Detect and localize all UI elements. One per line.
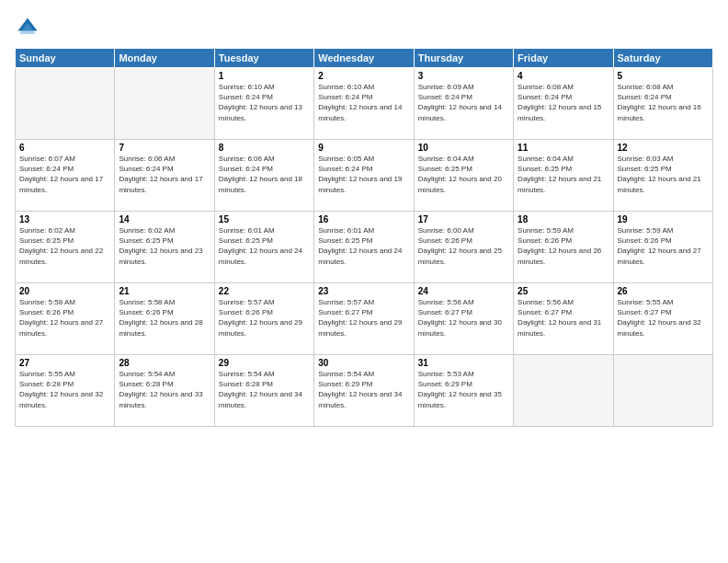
calendar-cell [115,68,214,140]
calendar-cell: 25 Sunrise: 5:56 AMSunset: 6:27 PMDaylig… [514,283,613,355]
day-info: Sunrise: 6:10 AMSunset: 6:24 PMDaylight:… [219,83,302,122]
day-number: 21 [119,286,210,296]
day-info: Sunrise: 5:59 AMSunset: 6:26 PMDaylight:… [518,226,601,266]
calendar-cell: 19 Sunrise: 5:59 AMSunset: 6:26 PMDaylig… [613,212,712,283]
day-number: 24 [418,286,509,296]
day-number: 6 [19,143,110,153]
weekday-header-wednesday: Wednesday [314,49,414,68]
day-number: 9 [318,143,409,153]
day-number: 30 [318,358,409,368]
calendar-week-3: 13 Sunrise: 6:02 AMSunset: 6:25 PMDaylig… [16,212,713,283]
day-info: Sunrise: 6:10 AMSunset: 6:24 PMDaylight:… [318,83,402,122]
calendar-table: SundayMondayTuesdayWednesdayThursdayFrid… [15,48,713,427]
day-number: 28 [119,358,210,368]
calendar-cell: 12 Sunrise: 6:03 AMSunset: 6:25 PMDaylig… [613,140,712,212]
calendar-cell: 6 Sunrise: 6:07 AMSunset: 6:24 PMDayligh… [16,140,115,212]
calendar-cell [514,355,613,427]
day-info: Sunrise: 5:55 AMSunset: 6:28 PMDaylight:… [19,370,103,409]
day-number: 27 [19,358,110,368]
day-info: Sunrise: 5:54 AMSunset: 6:28 PMDaylight:… [119,370,202,409]
calendar-week-5: 27 Sunrise: 5:55 AMSunset: 6:28 PMDaylig… [16,355,713,427]
day-info: Sunrise: 5:58 AMSunset: 6:26 PMDaylight:… [19,298,103,338]
calendar-cell: 7 Sunrise: 6:06 AMSunset: 6:24 PMDayligh… [115,140,214,212]
day-info: Sunrise: 5:57 AMSunset: 6:26 PMDaylight:… [219,298,302,338]
day-info: Sunrise: 6:02 AMSunset: 6:25 PMDaylight:… [119,226,202,266]
calendar-cell: 10 Sunrise: 6:04 AMSunset: 6:25 PMDaylig… [414,140,513,212]
calendar-cell: 18 Sunrise: 5:59 AMSunset: 6:26 PMDaylig… [514,212,613,283]
header [15,15,713,40]
day-number: 22 [219,286,310,296]
calendar-cell [613,355,712,427]
weekday-header-friday: Friday [514,49,613,68]
day-number: 19 [618,214,709,224]
calendar-cell: 31 Sunrise: 5:53 AMSunset: 6:29 PMDaylig… [414,355,513,427]
day-info: Sunrise: 6:03 AMSunset: 6:25 PMDaylight:… [618,155,701,194]
calendar-cell: 15 Sunrise: 6:01 AMSunset: 6:25 PMDaylig… [214,212,313,283]
day-info: Sunrise: 5:53 AMSunset: 6:29 PMDaylight:… [418,370,502,409]
calendar-cell: 13 Sunrise: 6:02 AMSunset: 6:25 PMDaylig… [16,212,115,283]
calendar-cell: 22 Sunrise: 5:57 AMSunset: 6:26 PMDaylig… [214,283,313,355]
calendar-cell: 5 Sunrise: 6:08 AMSunset: 6:24 PMDayligh… [613,68,712,140]
day-info: Sunrise: 6:04 AMSunset: 6:25 PMDaylight:… [518,155,601,194]
day-info: Sunrise: 5:57 AMSunset: 6:27 PMDaylight:… [318,298,402,338]
calendar-cell: 11 Sunrise: 6:04 AMSunset: 6:25 PMDaylig… [514,140,613,212]
day-number: 29 [219,358,310,368]
day-number: 20 [19,286,110,296]
day-number: 3 [418,71,509,81]
day-info: Sunrise: 6:08 AMSunset: 6:24 PMDaylight:… [618,83,701,122]
logo [15,15,42,40]
calendar-cell: 20 Sunrise: 5:58 AMSunset: 6:26 PMDaylig… [16,283,115,355]
day-number: 15 [219,214,310,224]
weekday-header-sunday: Sunday [16,49,115,68]
day-info: Sunrise: 6:00 AMSunset: 6:26 PMDaylight:… [418,226,502,266]
calendar-cell: 8 Sunrise: 6:06 AMSunset: 6:24 PMDayligh… [214,140,313,212]
day-info: Sunrise: 5:56 AMSunset: 6:27 PMDaylight:… [518,298,601,338]
day-info: Sunrise: 5:58 AMSunset: 6:26 PMDaylight:… [119,298,202,338]
day-number: 10 [418,143,509,153]
day-info: Sunrise: 6:06 AMSunset: 6:24 PMDaylight:… [219,155,302,194]
calendar-cell: 17 Sunrise: 6:00 AMSunset: 6:26 PMDaylig… [414,212,513,283]
day-number: 31 [418,358,509,368]
day-number: 25 [518,286,609,296]
calendar-cell: 3 Sunrise: 6:09 AMSunset: 6:24 PMDayligh… [414,68,513,140]
day-info: Sunrise: 5:54 AMSunset: 6:28 PMDaylight:… [219,370,302,409]
calendar-week-4: 20 Sunrise: 5:58 AMSunset: 6:26 PMDaylig… [16,283,713,355]
day-info: Sunrise: 6:04 AMSunset: 6:25 PMDaylight:… [418,155,502,194]
calendar-cell: 1 Sunrise: 6:10 AMSunset: 6:24 PMDayligh… [214,68,313,140]
day-info: Sunrise: 6:05 AMSunset: 6:24 PMDaylight:… [318,155,402,194]
day-number: 17 [418,214,509,224]
day-info: Sunrise: 6:09 AMSunset: 6:24 PMDaylight:… [418,83,502,122]
weekday-header-thursday: Thursday [414,49,513,68]
calendar-cell: 24 Sunrise: 5:56 AMSunset: 6:27 PMDaylig… [414,283,513,355]
calendar-header-row: SundayMondayTuesdayWednesdayThursdayFrid… [16,49,713,68]
day-number: 4 [518,71,609,81]
calendar-week-1: 1 Sunrise: 6:10 AMSunset: 6:24 PMDayligh… [16,68,713,140]
calendar-cell: 29 Sunrise: 5:54 AMSunset: 6:28 PMDaylig… [214,355,313,427]
day-number: 7 [119,143,210,153]
day-number: 11 [518,143,609,153]
day-number: 12 [618,143,709,153]
day-info: Sunrise: 6:02 AMSunset: 6:25 PMDaylight:… [19,226,103,266]
weekday-header-tuesday: Tuesday [214,49,313,68]
logo-icon [15,15,40,40]
day-info: Sunrise: 5:56 AMSunset: 6:27 PMDaylight:… [418,298,502,338]
calendar-cell [16,68,115,140]
weekday-header-saturday: Saturday [613,49,712,68]
calendar-cell: 9 Sunrise: 6:05 AMSunset: 6:24 PMDayligh… [314,140,414,212]
day-info: Sunrise: 6:07 AMSunset: 6:24 PMDaylight:… [19,155,103,194]
calendar-cell: 28 Sunrise: 5:54 AMSunset: 6:28 PMDaylig… [115,355,214,427]
weekday-header-monday: Monday [115,49,214,68]
day-info: Sunrise: 5:55 AMSunset: 6:27 PMDaylight:… [618,298,701,338]
day-info: Sunrise: 5:54 AMSunset: 6:29 PMDaylight:… [318,370,402,409]
day-number: 8 [219,143,310,153]
calendar-cell: 27 Sunrise: 5:55 AMSunset: 6:28 PMDaylig… [16,355,115,427]
calendar-cell: 14 Sunrise: 6:02 AMSunset: 6:25 PMDaylig… [115,212,214,283]
day-info: Sunrise: 6:06 AMSunset: 6:24 PMDaylight:… [119,155,202,194]
day-info: Sunrise: 5:59 AMSunset: 6:26 PMDaylight:… [618,226,701,266]
calendar-week-2: 6 Sunrise: 6:07 AMSunset: 6:24 PMDayligh… [16,140,713,212]
calendar-cell: 26 Sunrise: 5:55 AMSunset: 6:27 PMDaylig… [613,283,712,355]
day-number: 26 [618,286,709,296]
day-number: 14 [119,214,210,224]
calendar-cell: 4 Sunrise: 6:08 AMSunset: 6:24 PMDayligh… [514,68,613,140]
page: SundayMondayTuesdayWednesdayThursdayFrid… [0,0,728,563]
